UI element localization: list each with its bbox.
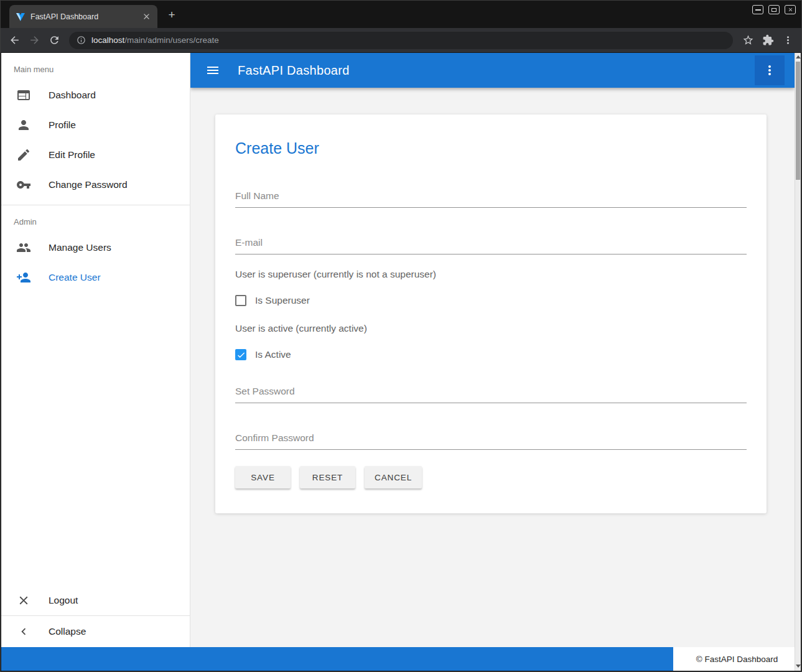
form-actions: SAVE RESET CANCEL <box>235 466 747 488</box>
sidebar-bottom: Logout Collapse <box>1 586 190 647</box>
reset-button[interactable]: RESET <box>300 466 355 488</box>
site-info-icon[interactable] <box>77 35 86 45</box>
checkbox-unchecked-icon[interactable] <box>235 295 246 306</box>
sidebar-section-admin: Admin <box>1 205 190 233</box>
page-scrollbar[interactable] <box>795 53 801 671</box>
maximize-button[interactable] <box>768 5 780 14</box>
sidebar-item-change-password[interactable]: Change Password <box>1 170 190 200</box>
active-note: User is active (currently active) <box>235 322 747 334</box>
forward-button[interactable] <box>26 32 43 49</box>
cancel-button[interactable]: CANCEL <box>365 466 422 488</box>
browser-menu-icon[interactable] <box>779 32 796 49</box>
set-password-field[interactable]: Set Password <box>235 385 747 403</box>
logout-button[interactable]: Logout <box>1 586 190 615</box>
person-icon <box>16 118 31 133</box>
scroll-down-arrow-icon[interactable] <box>796 665 801 668</box>
new-tab-button[interactable]: + <box>164 7 180 23</box>
superuser-note: User is superuser (currently is not a su… <box>235 268 747 280</box>
url-text[interactable]: localhost/main/admin/users/create <box>91 35 219 45</box>
pencil-icon <box>16 147 31 162</box>
sidebar: Main menu Dashboard Profile Edit Profile <box>1 53 190 647</box>
window-controls <box>752 5 796 14</box>
person-add-icon <box>16 270 31 285</box>
address-bar[interactable]: localhost/main/admin/users/create <box>69 32 733 49</box>
checkbox-checked-icon[interactable] <box>235 349 246 360</box>
content-area: Create User Full Name E-mail User is sup… <box>190 88 795 647</box>
full-name-field[interactable]: Full Name <box>235 190 747 208</box>
tab-strip: FastAPI Dashboard + <box>1 1 801 28</box>
is-superuser-label: Is Superuser <box>255 295 310 306</box>
vuetify-logo-icon <box>16 12 26 22</box>
browser-tab[interactable]: FastAPI Dashboard <box>9 5 157 28</box>
email-label: E-mail <box>235 237 263 248</box>
appbar-overflow-menu[interactable] <box>755 55 785 85</box>
bookmark-star-icon[interactable] <box>739 32 757 49</box>
footer-copyright-area: © FastAPI Dashboard <box>673 647 801 671</box>
confirm-password-label: Confirm Password <box>235 432 314 443</box>
extension-icon[interactable] <box>759 32 776 49</box>
scroll-up-arrow-icon[interactable] <box>796 55 801 58</box>
close-x-icon <box>16 593 31 608</box>
scrollbar-thumb[interactable] <box>796 62 800 180</box>
page: Main menu Dashboard Profile Edit Profile <box>1 53 801 671</box>
confirm-password-field[interactable]: Confirm Password <box>235 432 747 450</box>
app-title: FastAPI Dashboard <box>238 63 350 78</box>
collapse-label: Collapse <box>49 626 86 637</box>
sidebar-item-label: Create User <box>49 272 101 283</box>
people-icon <box>16 240 31 255</box>
url-path: /main/admin/users/create <box>124 35 219 45</box>
copyright-text: © FastAPI Dashboard <box>696 655 778 664</box>
email-field[interactable]: E-mail <box>235 236 747 254</box>
tab-close-icon[interactable] <box>142 12 151 21</box>
tab-title: FastAPI Dashboard <box>30 12 137 21</box>
sidebar-item-edit-profile[interactable]: Edit Profile <box>1 140 190 170</box>
browser-window: FastAPI Dashboard + localh <box>0 0 802 672</box>
chevron-left-icon <box>16 624 31 639</box>
browser-toolbar: localhost/main/admin/users/create <box>1 28 801 53</box>
sidebar-item-create-user[interactable]: Create User <box>1 263 190 292</box>
set-password-label: Set Password <box>235 386 295 396</box>
is-superuser-checkbox[interactable]: Is Superuser <box>235 295 747 306</box>
footer-bar <box>1 647 673 671</box>
minimize-button[interactable] <box>752 5 763 14</box>
key-icon <box>16 177 31 192</box>
close-button[interactable] <box>785 5 796 14</box>
full-name-label: Full Name <box>235 190 279 201</box>
sidebar-item-manage-users[interactable]: Manage Users <box>1 233 190 263</box>
collapse-button[interactable]: Collapse <box>1 616 190 647</box>
app-bar: FastAPI Dashboard <box>190 53 795 88</box>
sidebar-item-label: Edit Profile <box>49 149 95 161</box>
page-title: Create User <box>235 139 747 157</box>
reload-button[interactable] <box>45 32 63 49</box>
is-active-label: Is Active <box>255 349 291 360</box>
sidebar-item-profile[interactable]: Profile <box>1 110 190 140</box>
main-area: FastAPI Dashboard Create User Full Name … <box>190 53 795 647</box>
url-host: localhost <box>91 35 124 45</box>
logout-label: Logout <box>49 595 78 606</box>
dashboard-icon <box>16 88 31 103</box>
sidebar-item-label: Change Password <box>49 179 128 190</box>
footer: © FastAPI Dashboard <box>1 647 801 671</box>
sidebar-item-label: Dashboard <box>49 90 96 101</box>
sidebar-item-dashboard[interactable]: Dashboard <box>1 80 190 110</box>
sidebar-item-label: Profile <box>49 119 76 131</box>
save-button[interactable]: SAVE <box>235 466 291 488</box>
back-button[interactable] <box>6 32 23 49</box>
is-active-checkbox[interactable]: Is Active <box>235 349 747 360</box>
sidebar-item-label: Manage Users <box>49 242 111 253</box>
sidebar-section-main-menu: Main menu <box>1 53 190 80</box>
create-user-card: Create User Full Name E-mail User is sup… <box>215 114 767 513</box>
hamburger-menu-icon[interactable] <box>200 58 225 83</box>
